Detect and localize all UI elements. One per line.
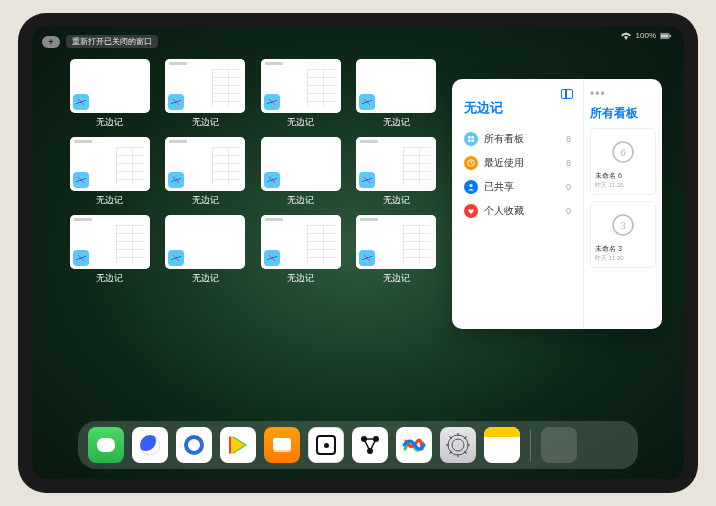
boards-list: 6未命名 6昨天 11:253未命名 3昨天 11:20 [590, 128, 656, 274]
screen: 100% + 重新打开已关闭的窗口 无边记无边记无边记无边记无边记无边记无边记无… [32, 27, 684, 479]
sidebar-item-label: 个人收藏 [484, 204, 524, 218]
window-thumbnail[interactable] [70, 137, 150, 191]
sidebar-item[interactable]: 所有看板8 [462, 127, 573, 151]
window-thumbnail[interactable] [356, 59, 436, 113]
svg-rect-4 [472, 136, 475, 139]
board-name: 未命名 3 [595, 244, 651, 254]
dock-app-wechat[interactable] [88, 427, 124, 463]
board-subtitle: 昨天 11:25 [595, 181, 651, 190]
more-icon[interactable]: ••• [590, 87, 656, 101]
dock-suggestions[interactable] [541, 427, 577, 463]
boards-title: 所有看板 [590, 105, 656, 122]
window-label: 无边记 [96, 194, 123, 207]
dock-app-books[interactable] [264, 427, 300, 463]
window-card[interactable]: 无边记 [68, 59, 152, 129]
svg-point-17 [452, 439, 464, 451]
window-thumbnail[interactable] [165, 215, 245, 269]
window-card[interactable]: 无边记 [259, 137, 343, 207]
sidebar-item-label: 所有看板 [484, 132, 524, 146]
window-thumbnail[interactable] [165, 137, 245, 191]
sidebar-item-count: 8 [566, 158, 571, 168]
freeform-app-icon [359, 94, 375, 110]
new-window-button[interactable]: + [42, 36, 60, 48]
freeform-app-icon [73, 250, 89, 266]
window-card[interactable]: 无边记 [68, 215, 152, 285]
window-card[interactable]: 无边记 [164, 59, 248, 129]
dock-app-graph[interactable] [352, 427, 388, 463]
window-card[interactable]: 无边记 [355, 137, 439, 207]
board-thumbnail: 6 [595, 133, 651, 171]
freeform-popover: 无边记 所有看板8最近使用8已共享0个人收藏0 ••• 所有看板 6未命名 6昨… [452, 79, 662, 329]
dock-app-settings[interactable] [440, 427, 476, 463]
svg-line-25 [464, 437, 466, 439]
window-thumbnail[interactable] [261, 215, 341, 269]
window-thumbnail[interactable] [70, 59, 150, 113]
clock-icon [464, 156, 478, 170]
window-label: 无边记 [192, 116, 219, 129]
window-label: 无边记 [287, 116, 314, 129]
svg-rect-2 [670, 35, 671, 37]
window-label: 无边记 [383, 116, 410, 129]
window-card[interactable]: 无边记 [164, 137, 248, 207]
reopen-closed-window-button[interactable]: 重新打开已关闭的窗口 [66, 35, 158, 48]
dock-app-dice[interactable] [308, 427, 344, 463]
board-name: 未命名 6 [595, 171, 651, 181]
sidebar-item-label: 最近使用 [484, 156, 524, 170]
sidebar-item[interactable]: 最近使用8 [462, 151, 573, 175]
freeform-app-icon [264, 172, 280, 188]
board-card[interactable]: 3未命名 3昨天 11:20 [590, 201, 656, 268]
sidebar-item[interactable]: 已共享0 [462, 175, 573, 199]
window-thumbnail[interactable] [356, 137, 436, 191]
freeform-app-icon [168, 94, 184, 110]
window-card[interactable]: 无边记 [68, 137, 152, 207]
dock-app-quark[interactable] [132, 427, 168, 463]
freeform-app-icon [264, 250, 280, 266]
window-card[interactable]: 无边记 [164, 215, 248, 285]
sidebar-list: 所有看板8最近使用8已共享0个人收藏0 [462, 127, 573, 223]
header-controls: + 重新打开已关闭的窗口 [42, 35, 158, 48]
sidebar-toggle-icon[interactable] [561, 89, 573, 99]
battery-text: 100% [636, 31, 656, 40]
dock-app-freeform[interactable] [396, 427, 432, 463]
window-card[interactable]: 无边记 [355, 59, 439, 129]
popover-boards: ••• 所有看板 6未命名 6昨天 11:253未命名 3昨天 11:20 [584, 79, 662, 329]
sidebar-item[interactable]: 个人收藏0 [462, 199, 573, 223]
dock-app-qqbrowser[interactable] [176, 427, 212, 463]
window-label: 无边记 [192, 194, 219, 207]
board-card[interactable]: 6未命名 6昨天 11:25 [590, 128, 656, 195]
sidebar-item-count: 0 [566, 182, 571, 192]
svg-rect-1 [661, 34, 669, 37]
svg-text:6: 6 [620, 146, 626, 158]
dock-app-play[interactable] [220, 427, 256, 463]
freeform-app-icon [359, 172, 375, 188]
person-icon [464, 180, 478, 194]
window-card[interactable]: 无边记 [355, 215, 439, 285]
window-thumbnail[interactable] [356, 215, 436, 269]
sidebar-item-count: 8 [566, 134, 571, 144]
window-label: 无边记 [96, 272, 123, 285]
svg-line-23 [464, 451, 466, 453]
sidebar-item-label: 已共享 [484, 180, 514, 194]
popover-title-text: 无边记 [464, 99, 503, 117]
freeform-app-icon [168, 250, 184, 266]
window-label: 无边记 [96, 116, 123, 129]
window-thumbnail[interactable] [261, 59, 341, 113]
window-thumbnail[interactable] [261, 137, 341, 191]
freeform-app-icon [73, 172, 89, 188]
window-thumbnail[interactable] [165, 59, 245, 113]
svg-point-8 [469, 184, 472, 187]
board-subtitle: 昨天 11:20 [595, 254, 651, 263]
window-thumbnail[interactable] [70, 215, 150, 269]
svg-rect-3 [468, 136, 471, 139]
window-card[interactable]: 无边记 [259, 59, 343, 129]
popover-sidebar: 无边记 所有看板8最近使用8已共享0个人收藏0 [452, 79, 584, 329]
freeform-app-icon [359, 250, 375, 266]
board-thumbnail: 3 [595, 206, 651, 244]
svg-rect-5 [468, 140, 471, 143]
heart-icon [464, 204, 478, 218]
wifi-icon [620, 32, 632, 40]
dock-app-notes[interactable] [484, 427, 520, 463]
window-card[interactable]: 无边记 [259, 215, 343, 285]
freeform-app-icon [264, 94, 280, 110]
popover-title: 无边记 [462, 99, 573, 117]
